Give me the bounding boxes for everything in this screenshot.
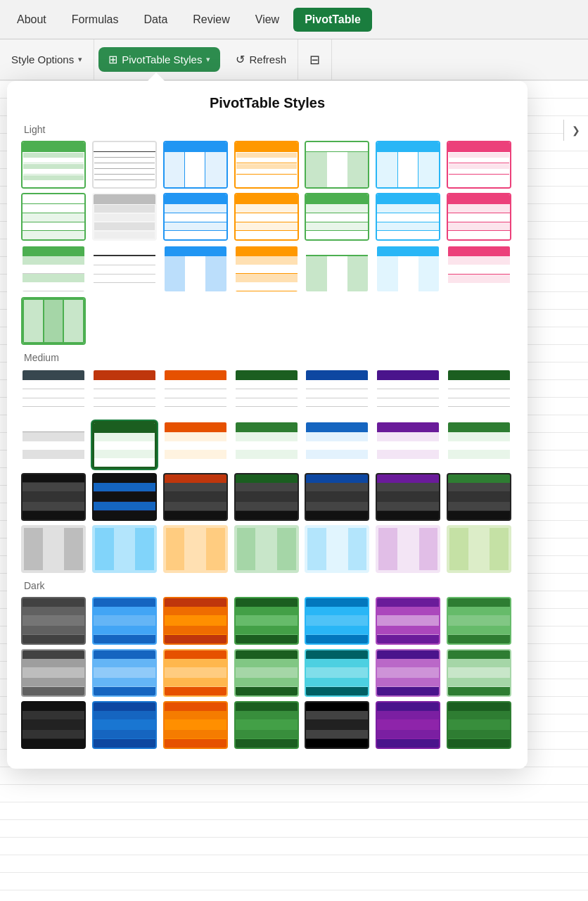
style-medium-27[interactable] <box>376 525 440 573</box>
style-light-1[interactable] <box>21 141 86 189</box>
style-medium-28[interactable] <box>447 525 511 573</box>
style-dark-19[interactable] <box>305 701 369 749</box>
medium-styles-grid <box>21 369 513 573</box>
style-medium-1[interactable] <box>21 369 86 417</box>
style-medium-9[interactable] <box>92 421 157 469</box>
style-light-11[interactable] <box>234 193 299 241</box>
style-light-13[interactable] <box>376 193 440 241</box>
panel-arrow <box>148 73 165 81</box>
style-dark-21[interactable] <box>447 701 511 749</box>
style-options-button[interactable]: Style Options ▾ <box>0 39 94 80</box>
pivottable-styles-panel: PivotTable Styles Light <box>7 81 528 769</box>
style-medium-14[interactable] <box>447 421 511 469</box>
style-dark-20[interactable] <box>376 701 440 749</box>
tab-about[interactable]: About <box>6 8 58 32</box>
style-light-2[interactable] <box>92 141 157 189</box>
style-dark-17[interactable] <box>163 701 228 749</box>
style-light-15[interactable] <box>21 245 86 293</box>
style-dark-11[interactable] <box>234 649 299 697</box>
tab-pivottable[interactable]: PivotTable <box>293 8 372 32</box>
tab-view[interactable]: View <box>244 8 290 32</box>
style-light-19[interactable] <box>305 245 369 293</box>
style-medium-6[interactable] <box>376 369 440 417</box>
chevron-down-icon-2: ▾ <box>206 55 210 64</box>
tab-formulas[interactable]: Formulas <box>60 8 130 32</box>
style-light-22[interactable] <box>21 297 86 345</box>
style-medium-11[interactable] <box>234 421 299 469</box>
style-light-21[interactable] <box>447 245 511 293</box>
style-medium-23[interactable] <box>92 525 157 573</box>
ribbon: Style Options ▾ ⊞ PivotTable Styles ▾ ↺ … <box>0 39 588 80</box>
style-medium-22[interactable] <box>21 525 86 573</box>
tab-review[interactable]: Review <box>181 8 241 32</box>
more-options-button[interactable]: ⊟ <box>298 39 332 80</box>
style-medium-26[interactable] <box>305 525 369 573</box>
panel-title: PivotTable Styles <box>21 95 513 111</box>
style-dark-6[interactable] <box>376 597 440 645</box>
style-medium-17[interactable] <box>163 473 228 521</box>
style-dark-16[interactable] <box>92 701 157 749</box>
refresh-label: Refresh <box>249 53 286 65</box>
dark-styles-grid <box>21 597 513 749</box>
style-options-label: Style Options <box>11 53 74 65</box>
style-dark-8[interactable] <box>21 649 86 697</box>
style-medium-15[interactable] <box>21 473 86 521</box>
section-label-dark: Dark <box>24 580 513 591</box>
style-light-3[interactable] <box>163 141 228 189</box>
style-light-9[interactable] <box>92 193 157 241</box>
style-medium-16[interactable] <box>92 473 157 521</box>
style-medium-2[interactable] <box>92 369 157 417</box>
style-medium-5[interactable] <box>305 369 369 417</box>
pivot-styles-button[interactable]: ⊞ PivotTable Styles ▾ <box>98 47 220 72</box>
style-medium-21[interactable] <box>447 473 511 521</box>
light-styles-grid <box>21 141 513 345</box>
style-light-16[interactable] <box>92 245 157 293</box>
style-medium-12[interactable] <box>305 421 369 469</box>
style-light-10[interactable] <box>163 193 228 241</box>
style-medium-20[interactable] <box>376 473 440 521</box>
style-light-8[interactable] <box>21 193 86 241</box>
style-light-18[interactable] <box>234 245 299 293</box>
chevron-right-icon: ❯ <box>572 125 580 136</box>
style-light-14[interactable] <box>447 193 511 241</box>
style-medium-25[interactable] <box>234 525 299 573</box>
style-dark-2[interactable] <box>92 597 157 645</box>
style-dark-12[interactable] <box>305 649 369 697</box>
style-medium-3[interactable] <box>163 369 228 417</box>
section-label-medium: Medium <box>24 352 513 363</box>
style-medium-7[interactable] <box>447 369 511 417</box>
style-light-4[interactable] <box>234 141 299 189</box>
style-dark-15[interactable] <box>21 701 86 749</box>
style-dark-5[interactable] <box>305 597 369 645</box>
style-light-20[interactable] <box>376 245 440 293</box>
pivot-styles-label: PivotTable Styles <box>122 53 202 65</box>
panel-right-chevron[interactable]: ❯ <box>563 120 588 141</box>
style-dark-14[interactable] <box>447 649 511 697</box>
tab-data[interactable]: Data <box>133 8 179 32</box>
style-dark-1[interactable] <box>21 597 86 645</box>
style-dark-3[interactable] <box>163 597 228 645</box>
style-medium-13[interactable] <box>376 421 440 469</box>
style-dark-10[interactable] <box>163 649 228 697</box>
toolbar: About Formulas Data Review View PivotTab… <box>0 0 588 39</box>
style-light-7[interactable] <box>447 141 511 189</box>
style-medium-4[interactable] <box>234 369 299 417</box>
style-medium-19[interactable] <box>305 473 369 521</box>
style-dark-4[interactable] <box>234 597 299 645</box>
style-medium-10[interactable] <box>163 421 228 469</box>
style-light-17[interactable] <box>163 245 228 293</box>
chevron-down-icon: ▾ <box>78 55 82 64</box>
refresh-button[interactable]: ↺ Refresh <box>224 39 298 80</box>
style-dark-7[interactable] <box>447 597 511 645</box>
style-medium-18[interactable] <box>234 473 299 521</box>
style-dark-13[interactable] <box>376 649 440 697</box>
style-dark-18[interactable] <box>234 701 299 749</box>
style-light-12[interactable] <box>305 193 369 241</box>
section-label-light: Light <box>24 124 513 135</box>
style-light-5[interactable] <box>305 141 369 189</box>
style-medium-8[interactable] <box>21 421 86 469</box>
style-light-6[interactable] <box>376 141 440 189</box>
refresh-icon: ↺ <box>236 53 245 66</box>
style-medium-24[interactable] <box>163 525 228 573</box>
style-dark-9[interactable] <box>92 649 157 697</box>
